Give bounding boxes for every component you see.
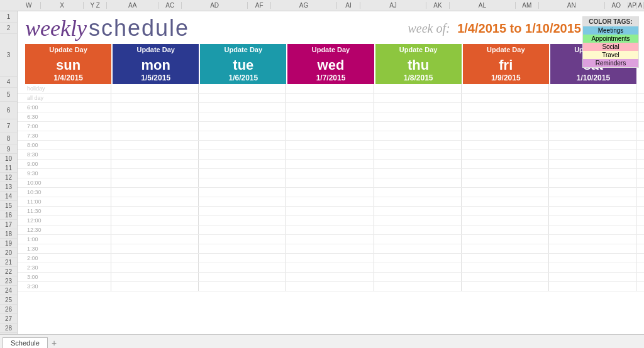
time-cell-11-day-5[interactable] — [463, 188, 549, 197]
time-cell-19-day-2[interactable] — [200, 263, 286, 272]
time-cell-10-day-0[interactable]: 10:00 — [25, 178, 111, 187]
time-cell-11-day-1[interactable] — [113, 188, 199, 197]
time-cell-6-day-2[interactable] — [200, 141, 286, 150]
time-cell-3-day-1[interactable] — [113, 112, 199, 121]
time-cell-19-day-5[interactable] — [463, 263, 549, 272]
time-cell-15-day-1[interactable] — [113, 226, 199, 234]
time-cell-11-day-3[interactable] — [287, 188, 374, 197]
time-cell-4-day-2[interactable] — [200, 122, 286, 131]
time-cell-7-day-3[interactable] — [287, 150, 374, 159]
time-cell-12-day-1[interactable] — [113, 197, 199, 206]
time-cell-19-day-0[interactable]: 2:30 — [25, 263, 111, 272]
time-cell-15-day-0[interactable]: 12:30 — [25, 226, 111, 234]
time-cell-12-day-5[interactable] — [463, 197, 549, 206]
update-day-mon[interactable]: Update Day — [113, 44, 199, 55]
time-cell-19-day-6[interactable] — [550, 263, 636, 272]
time-cell-21-day-3[interactable] — [287, 282, 374, 291]
time-cell-5-day-6[interactable] — [550, 131, 636, 140]
time-cell-8-day-1[interactable] — [113, 160, 199, 168]
time-cell-1-day-5[interactable] — [463, 94, 549, 102]
time-cell-18-day-4[interactable] — [375, 254, 462, 263]
time-cell-5-day-0[interactable]: 7:30 — [25, 131, 111, 140]
time-cell-9-day-2[interactable] — [200, 169, 286, 178]
time-cell-17-day-6[interactable] — [550, 244, 636, 253]
time-cell-20-day-3[interactable] — [287, 273, 374, 281]
time-cell-10-day-2[interactable] — [200, 178, 286, 187]
time-cell-10-day-6[interactable] — [550, 178, 636, 187]
time-cell-7-day-0[interactable]: 8:30 — [25, 150, 111, 159]
schedule-tab[interactable]: Schedule — [3, 337, 48, 348]
time-cell-21-day-5[interactable] — [463, 282, 549, 291]
time-cell-1-day-3[interactable] — [287, 94, 374, 102]
time-cell-21-day-1[interactable] — [113, 282, 199, 291]
time-cell-13-day-5[interactable] — [463, 207, 549, 215]
time-cell-18-day-1[interactable] — [113, 254, 199, 263]
time-cell-13-day-0[interactable]: 11:30 — [25, 207, 111, 215]
time-cell-16-day-5[interactable] — [463, 235, 549, 244]
time-cell-12-day-6[interactable] — [550, 197, 636, 206]
time-cell-15-day-5[interactable] — [463, 226, 549, 234]
time-cell-20-day-1[interactable] — [113, 273, 199, 281]
time-cell-1-day-4[interactable] — [375, 94, 462, 102]
time-cell-0-day-1[interactable] — [113, 84, 199, 93]
time-cell-6-day-0[interactable]: 8:00 — [25, 141, 111, 150]
time-cell-7-day-5[interactable] — [463, 150, 549, 159]
time-cell-15-day-3[interactable] — [287, 226, 374, 234]
time-cell-14-day-5[interactable] — [463, 216, 549, 225]
time-cell-0-day-5[interactable] — [463, 84, 549, 93]
time-cell-9-day-0[interactable]: 9:30 — [25, 169, 111, 178]
time-cell-17-day-4[interactable] — [375, 244, 462, 253]
time-cell-18-day-6[interactable] — [550, 254, 636, 263]
time-cell-1-day-6[interactable] — [550, 94, 636, 102]
time-cell-14-day-0[interactable]: 12:00 — [25, 216, 111, 225]
time-cell-17-day-2[interactable] — [200, 244, 286, 253]
time-cell-21-day-4[interactable] — [375, 282, 462, 291]
time-cell-5-day-3[interactable] — [287, 131, 374, 140]
time-cell-14-day-2[interactable] — [200, 216, 286, 225]
time-cell-2-day-6[interactable] — [550, 103, 636, 112]
time-cell-3-day-3[interactable] — [287, 112, 374, 121]
time-cell-4-day-5[interactable] — [463, 122, 549, 131]
time-cell-8-day-6[interactable] — [550, 160, 636, 168]
time-cell-18-day-3[interactable] — [287, 254, 374, 263]
time-cell-8-day-0[interactable]: 9:00 — [25, 160, 111, 168]
time-cell-3-day-6[interactable] — [550, 112, 636, 121]
time-cell-20-day-6[interactable] — [550, 273, 636, 281]
time-cell-5-day-1[interactable] — [113, 131, 199, 140]
time-cell-5-day-2[interactable] — [200, 131, 286, 140]
time-cell-15-day-4[interactable] — [375, 226, 462, 234]
time-cell-16-day-0[interactable]: 1:00 — [25, 235, 111, 244]
time-cell-11-day-4[interactable] — [375, 188, 462, 197]
time-cell-9-day-4[interactable] — [375, 169, 462, 178]
time-cell-2-day-0[interactable]: 6:00 — [25, 103, 111, 112]
time-cell-18-day-5[interactable] — [463, 254, 549, 263]
time-cell-9-day-6[interactable] — [550, 169, 636, 178]
time-cell-14-day-3[interactable] — [287, 216, 374, 225]
time-cell-20-day-4[interactable] — [375, 273, 462, 281]
update-day-wed[interactable]: Update Day — [287, 44, 374, 55]
time-cell-4-day-1[interactable] — [113, 122, 199, 131]
time-cell-13-day-6[interactable] — [550, 207, 636, 215]
time-cell-10-day-4[interactable] — [375, 178, 462, 187]
time-cell-14-day-6[interactable] — [550, 216, 636, 225]
time-cell-20-day-2[interactable] — [200, 273, 286, 281]
time-cell-16-day-1[interactable] — [113, 235, 199, 244]
time-cell-8-day-4[interactable] — [375, 160, 462, 168]
time-cell-20-day-0[interactable]: 3:00 — [25, 273, 111, 281]
time-cell-6-day-1[interactable] — [113, 141, 199, 150]
time-cell-6-day-3[interactable] — [287, 141, 374, 150]
time-cell-21-day-0[interactable]: 3:30 — [25, 282, 111, 291]
time-cell-13-day-2[interactable] — [200, 207, 286, 215]
time-cell-13-day-4[interactable] — [375, 207, 462, 215]
time-cell-2-day-5[interactable] — [463, 103, 549, 112]
time-cell-21-day-6[interactable] — [550, 282, 636, 291]
time-cell-16-day-2[interactable] — [200, 235, 286, 244]
time-cell-18-day-2[interactable] — [200, 254, 286, 263]
time-cell-14-day-1[interactable] — [113, 216, 199, 225]
time-cell-2-day-2[interactable] — [200, 103, 286, 112]
time-cell-6-day-4[interactable] — [375, 141, 462, 150]
update-day-fri[interactable]: Update Day — [463, 44, 549, 55]
time-cell-8-day-3[interactable] — [287, 160, 374, 168]
time-cell-15-day-2[interactable] — [200, 226, 286, 234]
time-cell-17-day-1[interactable] — [113, 244, 199, 253]
